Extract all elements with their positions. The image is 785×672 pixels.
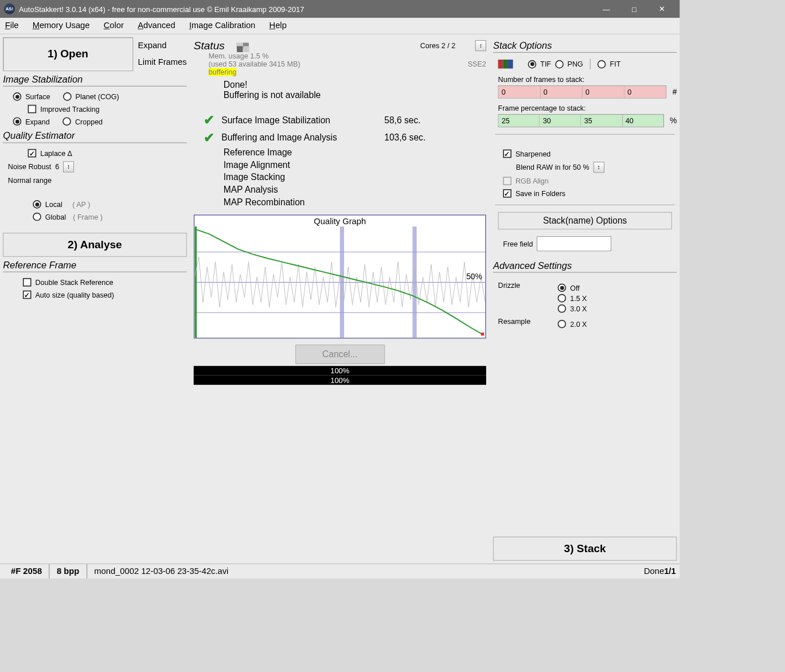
progress-bar-1: 100% — [194, 366, 486, 375]
label-drizzle-off: Off — [570, 284, 580, 292]
step-map-recomb: MAP Recombination — [224, 197, 305, 208]
buffering-flag: buffering — [209, 68, 237, 76]
mem-detail: (used 53 available 3415 MB) — [209, 60, 300, 68]
radio-local[interactable] — [33, 200, 41, 209]
checkbox-save-folders[interactable] — [503, 189, 511, 198]
reference-frame-title: Reference Frame — [3, 260, 186, 272]
radio-cropped[interactable] — [63, 117, 71, 126]
label-planet: Planet (COG) — [76, 93, 119, 101]
checkbox-double-stack[interactable] — [23, 278, 32, 287]
status-bpp: 8 bpp — [50, 564, 87, 579]
status-done: Done — [644, 566, 664, 576]
close-button[interactable]: ✕ — [648, 0, 675, 18]
expand-link[interactable]: Expand — [138, 41, 187, 50]
open-button[interactable]: 1) Open — [3, 37, 133, 71]
label-auto-size: Auto size (quality based) — [35, 291, 114, 299]
label-drizzle-15: 1.5 X — [570, 294, 587, 302]
svg-rect-5 — [194, 226, 197, 338]
checkbox-sharpened[interactable] — [503, 150, 511, 158]
mem-usage: Mem. usage 1.5 % — [209, 52, 486, 60]
menu-help[interactable]: Help — [270, 21, 287, 30]
radio-expand[interactable] — [13, 117, 22, 126]
cores-label: Cores 2 / 2 — [420, 42, 455, 50]
step-sis: Surface Image Stabilization — [221, 115, 380, 126]
step-stacking: Image Stacking — [224, 173, 285, 183]
sse-flag: SSE2 — [468, 60, 486, 68]
radio-drizzle-15[interactable] — [558, 294, 567, 303]
menu-advanced[interactable]: Advanced — [138, 21, 175, 30]
status-frame-count: #F 2058 — [4, 564, 50, 579]
pct-suffix: % — [670, 116, 677, 126]
svg-rect-3 — [340, 226, 344, 338]
svg-rect-2 — [194, 312, 485, 313]
radio-drizzle-30[interactable] — [558, 304, 567, 313]
noise-robust-spinner[interactable]: ↕ — [63, 161, 74, 172]
label-local: Local — [45, 200, 63, 208]
checkbox-improved-tracking[interactable] — [28, 105, 36, 114]
checkbox-auto-size[interactable] — [23, 291, 32, 299]
step-bia: Buffering and Image Analysis — [221, 132, 380, 143]
main-content: 1) Open Expand Limit Frames Image Stabil… — [0, 34, 680, 564]
label-tif: TIF — [540, 60, 551, 68]
radio-surface[interactable] — [13, 92, 22, 101]
svg-rect-6 — [481, 333, 484, 335]
label-improved-tracking: Improved Tracking — [40, 105, 99, 113]
image-stabilization-title: Image Stabilization — [3, 74, 186, 87]
label-global: Global — [45, 213, 66, 221]
num-frames-inputs[interactable]: 0000 — [498, 85, 667, 99]
hint-local: ( AP ) — [72, 200, 90, 208]
label-png: PNG — [568, 60, 583, 68]
left-panel: 1) Open Expand Limit Frames Image Stabil… — [3, 37, 186, 561]
radio-planet[interactable] — [63, 92, 72, 101]
label-sharpened: Sharpened — [515, 150, 550, 158]
center-panel: Status Cores 2 / 2 ↕ Mem. usage 1.5 % (u… — [190, 37, 490, 561]
menu-color[interactable]: Color — [104, 21, 124, 30]
checkbox-laplace[interactable] — [28, 149, 36, 158]
cancel-button[interactable]: Cancel... — [295, 345, 385, 364]
quality-estimator-title: Quality Estimator — [3, 131, 186, 143]
quality-graph-title: Quality Graph — [194, 216, 485, 228]
analyse-button[interactable]: 2) Analyse — [3, 233, 186, 257]
menu-memory-usage[interactable]: Memory Usage — [33, 21, 90, 30]
blend-raw-spinner[interactable]: ↕ — [593, 162, 604, 173]
label-cropped: Cropped — [75, 118, 103, 126]
svg-rect-1 — [194, 282, 485, 283]
cores-spinner[interactable]: ↕ — [475, 40, 486, 51]
free-field-input[interactable] — [537, 236, 612, 251]
stack-button[interactable]: 3) Stack — [493, 537, 677, 561]
check-icon: ✔ — [204, 113, 214, 128]
pct-inputs[interactable]: 25303540 — [498, 114, 664, 127]
radio-tif[interactable] — [528, 60, 537, 68]
limit-frames-link[interactable]: Limit Frames — [138, 57, 187, 67]
num-frames-label: Number of frames to stack: — [498, 76, 677, 84]
radio-drizzle-off[interactable] — [558, 283, 567, 292]
value-noise-robust: 6 — [55, 163, 59, 171]
menu-image-calibration[interactable]: Image Calibration — [189, 21, 255, 30]
status-page: 1/1 — [664, 566, 675, 576]
label-save-folders: Save in Folders — [515, 189, 565, 197]
activity-indicator-icon-2 — [237, 46, 249, 52]
pct-label: Frame percentage to stack: — [498, 104, 677, 112]
num-frames-suffix: # — [673, 87, 677, 96]
graph-50-label: 50% — [466, 272, 482, 282]
radio-png[interactable] — [555, 60, 564, 68]
titlebar: AS! AutoStakkert! 3.0.14 (x64) - free fo… — [0, 0, 680, 18]
label-blend-raw: Blend RAW in for 50 % — [516, 163, 589, 171]
quality-graph: Quality Graph 50% — [194, 214, 486, 339]
app-logo: AS! — [4, 3, 15, 14]
radio-global[interactable] — [33, 213, 41, 221]
label-fit: FIT — [610, 60, 621, 68]
radio-resample-20[interactable] — [558, 320, 567, 329]
minimize-button[interactable]: — — [592, 0, 620, 18]
status-title: Status — [194, 39, 225, 52]
radio-fit[interactable] — [597, 60, 606, 68]
maximize-button[interactable]: □ — [620, 0, 648, 18]
label-drizzle: Drizzle — [498, 282, 558, 315]
menu-file[interactable]: File — [5, 21, 19, 30]
label-noise-robust: Noise Robust — [8, 163, 51, 171]
label-resample-20: 2.0 X — [570, 320, 587, 328]
rgb-swatch-icon — [498, 60, 513, 69]
label-laplace: Laplace Δ — [40, 149, 72, 157]
stack-name-options-button[interactable]: Stack(name) Options — [498, 212, 672, 229]
step-map-analysis: MAP Analysis — [224, 185, 278, 195]
